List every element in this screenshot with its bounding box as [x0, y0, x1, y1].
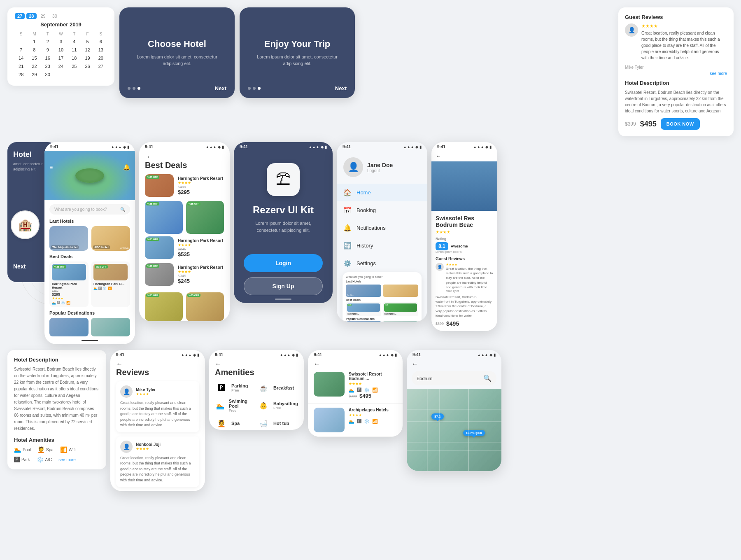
- cal-day-22[interactable]: 22: [28, 63, 40, 70]
- sidebar-item-notifications[interactable]: 🔔 Notifications: [337, 219, 427, 237]
- cal-day-7[interactable]: 7: [15, 46, 27, 54]
- next-button-1[interactable]: Next: [215, 85, 226, 91]
- cal-day-14[interactable]: 14: [15, 54, 27, 62]
- sidebar-time: 9:41: [343, 145, 351, 149]
- map-search-input[interactable]: [417, 376, 481, 381]
- logout-text[interactable]: Logout: [367, 168, 393, 173]
- day-name-s: S: [15, 31, 27, 37]
- cal-day-26[interactable]: 26: [81, 63, 93, 70]
- reviewer-info-2: Nonkooi Joji ★★★★: [136, 442, 161, 451]
- dest-thumb-1[interactable]: [49, 318, 89, 336]
- search-bar-main[interactable]: What are you going to book? 🔍: [49, 204, 130, 215]
- cal-day-28b[interactable]: 28: [15, 71, 27, 78]
- booking-icon: 📅: [343, 206, 352, 214]
- reviews-time: 9:41: [116, 352, 124, 357]
- cal-day-8[interactable]: 8: [28, 46, 40, 54]
- review-item-top: 👤 ★★★★ Great location, really pleasant a…: [625, 23, 727, 61]
- cal-day-29b[interactable]: 29: [28, 71, 40, 78]
- cal-day-29[interactable]: 29: [38, 13, 48, 19]
- deal-grid-img-4: %35 OFF: [186, 292, 224, 321]
- amenities-back-arrow[interactable]: ←: [215, 360, 221, 367]
- cal-day-3[interactable]: 3: [55, 38, 67, 45]
- partial-next-button[interactable]: Next: [13, 263, 26, 270]
- hotel-thumb-2[interactable]: ABC Hotel Antalya: [91, 226, 130, 251]
- hotel-list-item-1[interactable]: Swissotel Resort Bodrum ... ★★★★ 🏊 🅿 ❄️ …: [308, 368, 403, 404]
- deal-item-1[interactable]: %35 OFF Harrington Park Resort $499 $295…: [49, 261, 89, 307]
- next-button-2[interactable]: Next: [335, 85, 347, 91]
- map-search-bar[interactable]: 🔍: [412, 371, 496, 385]
- cal-day-25[interactable]: 25: [68, 63, 80, 70]
- wifi-icon: ◈: [123, 145, 126, 149]
- deal-list-price-new-1: $295: [178, 189, 224, 195]
- cal-day-15[interactable]: 15: [28, 54, 40, 62]
- bell-icon[interactable]: 🔔: [123, 164, 130, 170]
- guest-reviews-title: Guest Reviews: [625, 14, 727, 20]
- spa-label: Spa: [46, 448, 54, 452]
- main-time: 9:41: [50, 145, 58, 149]
- cal-day-2[interactable]: 2: [42, 38, 54, 45]
- cal-day-23[interactable]: 23: [42, 63, 54, 70]
- cal-day-5[interactable]: 5: [81, 38, 93, 45]
- rating-section: Rating 8.1 Awesome Lorem ipsum dolor si: [436, 237, 493, 253]
- deal-name-2: Harrington Park B...: [93, 282, 128, 286]
- cal-day-13[interactable]: 13: [95, 46, 107, 54]
- sidebar-item-settings[interactable]: ⚙️ Settings: [337, 254, 427, 272]
- cal-day-10[interactable]: 10: [55, 46, 67, 54]
- cal-day-18[interactable]: 18: [68, 54, 80, 62]
- cal-day-17[interactable]: 17: [55, 54, 67, 62]
- book-now-button[interactable]: BOOK NOW: [661, 118, 700, 130]
- spa-grid-icon: 💆: [215, 417, 228, 430]
- cal-day-1[interactable]: 1: [28, 38, 40, 45]
- hotel-list-back-arrow[interactable]: ←: [314, 360, 320, 367]
- cal-day-24[interactable]: 24: [55, 63, 67, 70]
- cal-day-20[interactable]: 20: [95, 54, 107, 62]
- dest-thumb-2[interactable]: [91, 318, 130, 336]
- profile-avatar: 👤: [343, 157, 363, 177]
- battery-icon: ▮: [127, 145, 129, 149]
- reviews-wifi-icon: ◈: [193, 353, 196, 357]
- signup-button[interactable]: Sign Up: [244, 277, 323, 295]
- cal-day-4[interactable]: 4: [68, 38, 80, 45]
- cal-day-9[interactable]: 9: [42, 46, 54, 54]
- reviews-back-arrow[interactable]: ←: [116, 360, 123, 367]
- cal-day-28[interactable]: 28: [26, 13, 36, 19]
- amenity-see-more[interactable]: see more: [58, 456, 76, 463]
- hamburger-icon[interactable]: ≡: [49, 164, 53, 170]
- deal-thumb-2: %35 OFF: [93, 264, 128, 280]
- cal-day-16[interactable]: 16: [42, 54, 54, 62]
- hl2-park-icon: 🅿: [357, 419, 361, 424]
- sidebar-item-booking[interactable]: 📅 Booking: [337, 201, 427, 219]
- review-text-top: Great location, really pleasant and clea…: [641, 30, 727, 61]
- cal-day-6[interactable]: 6: [95, 38, 107, 45]
- cal-day-30[interactable]: 30: [50, 13, 60, 19]
- cal-day-27b[interactable]: 27: [95, 63, 107, 70]
- hotel-desc-title: Hotel Description: [625, 80, 727, 86]
- mini-thumb-1: The Blu...: [346, 285, 381, 297]
- sidebar-item-history[interactable]: 🔄 History: [337, 237, 427, 254]
- top-row: 27 28 29 30 September 2019 S M T W T F S…: [0, 0, 741, 136]
- map-back-arrow[interactable]: ←: [412, 360, 418, 367]
- hotel-thumb-1[interactable]: The Majestic Hotel: [49, 226, 88, 251]
- see-more-amenities[interactable]: see more: [58, 457, 76, 462]
- resort-back-arrow[interactable]: ←: [436, 153, 441, 159]
- cal-day-27[interactable]: 27: [15, 13, 25, 19]
- cal-day[interactable]: [15, 38, 27, 45]
- hotel-list-wifi-icon: ◈: [391, 353, 394, 357]
- sidebar-item-home[interactable]: 🏠 Home: [337, 184, 427, 201]
- amenity-wifi: 📶 Wifi: [60, 446, 76, 453]
- amenity-grid-parking: 🅿 Parking Free: [215, 381, 253, 394]
- hotel-list-item-2[interactable]: Archipelagos Hotels ★★★★ 🏊 🅿 ❄️ 📶: [308, 404, 403, 437]
- price-row-top: $399 $495 BOOK NOW: [625, 118, 727, 130]
- building-icon-wrapper: 🏨: [11, 210, 40, 239]
- spa-info: Spa: [231, 421, 240, 426]
- dot-2: [133, 87, 135, 90]
- cal-day-11[interactable]: 11: [68, 46, 80, 54]
- deal-item-2[interactable]: %35 OFF Harrington Park B... 🏊 🅿 ❄️ 📶: [91, 261, 130, 307]
- cal-day-12[interactable]: 12: [81, 46, 93, 54]
- cal-day-19[interactable]: 19: [81, 54, 93, 62]
- login-button[interactable]: Login: [244, 254, 323, 272]
- rating-desc: Lorem ipsum dolor si: [436, 250, 493, 253]
- cal-day-30b[interactable]: 30: [42, 71, 54, 78]
- cal-day-21[interactable]: 21: [15, 63, 27, 70]
- see-more-link[interactable]: see more: [625, 71, 727, 76]
